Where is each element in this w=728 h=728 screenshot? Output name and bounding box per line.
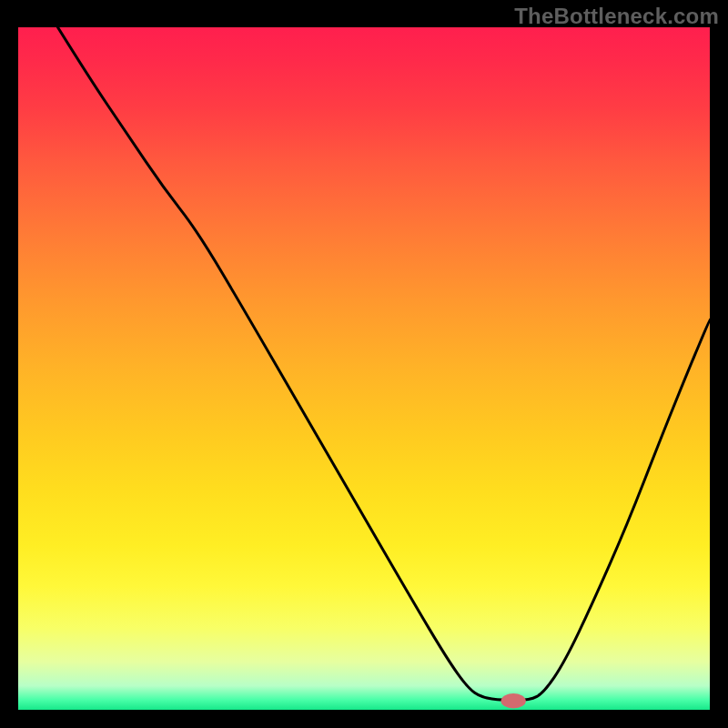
plot-area bbox=[18, 27, 710, 710]
gradient-background bbox=[18, 27, 710, 710]
gradient-plot bbox=[18, 27, 710, 710]
optimal-marker bbox=[500, 693, 525, 709]
watermark-label: TheBottleneck.com bbox=[514, 4, 719, 29]
chart-frame: TheBottleneck.com bbox=[0, 0, 728, 728]
